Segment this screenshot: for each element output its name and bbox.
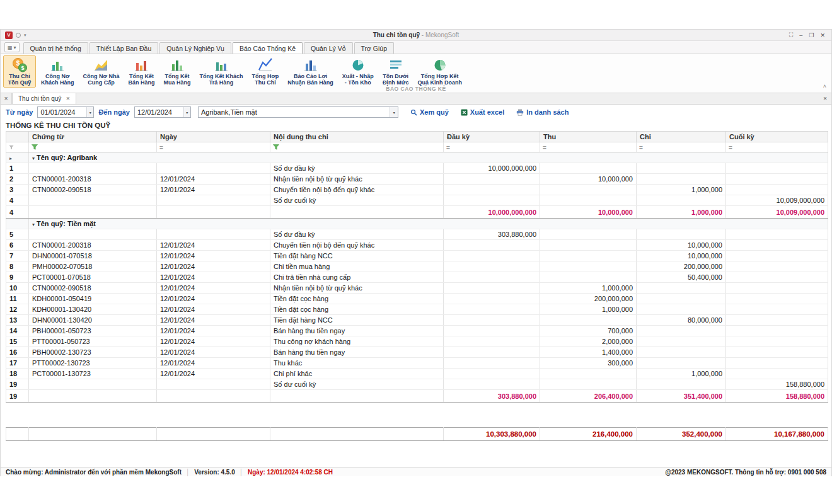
ribbon-item-0[interactable]: $$Thu Chi Tồn Quỹ	[3, 55, 36, 88]
filter-cell-chungtu[interactable]	[29, 142, 157, 152]
ribbon-item-7[interactable]: Báo Cáo Lợi Nhuận Bán Hàng	[284, 55, 337, 88]
filter-cell-dauky[interactable]: =	[444, 142, 540, 152]
menu-tab-5[interactable]: Trợ Giúp	[354, 42, 395, 54]
table-row[interactable]: 12KDH00001-13042012/01/2024Tiền đặt cọc …	[6, 304, 828, 315]
cell-noidung: Bán hàng thu tiền ngay	[270, 347, 444, 358]
col-header-dauky[interactable]: Đầu kỳ	[444, 132, 540, 142]
cell-chi	[637, 174, 726, 185]
cell-dauky	[444, 195, 540, 206]
fund-select-input[interactable]	[199, 108, 390, 116]
cell-chi	[637, 326, 726, 336]
cell-noidung: Tiền đặt hàng NCC	[270, 251, 444, 261]
from-date-input[interactable]	[38, 108, 86, 116]
table-row[interactable]: 2CTN00001-20031812/01/2024Nhận tiền nội …	[6, 174, 828, 185]
grand-total-row: 10,303,880,000216,400,000352,400,00010,1…	[6, 428, 828, 441]
menu-tab-1[interactable]: Thiết Lập Ban Đầu	[90, 42, 159, 54]
ribbon-item-4[interactable]: Tổng Kết Mua Hàng	[159, 55, 194, 88]
close-icon[interactable]: ✕	[820, 32, 825, 38]
ribbon-collapse-icon[interactable]: ˄	[823, 83, 826, 89]
ribbon-item-10[interactable]: Tổng Hợp Kết Quả Kinh Doanh	[413, 55, 466, 88]
ribbon-item-8[interactable]: Xuất - Nhập - Tồn Kho	[338, 55, 378, 88]
ribbon-item-6[interactable]: Tổng Hợp Thu Chi	[248, 55, 282, 88]
col-header-ngay[interactable]: Ngày	[157, 132, 270, 142]
ribbon-item-3[interactable]: Tổng Kết Bán Hàng	[124, 55, 158, 88]
to-date-dropdown-icon[interactable]: ▾	[183, 107, 190, 117]
cell-rownum: 2	[6, 174, 29, 185]
fund-dropdown-icon[interactable]: ▾	[390, 107, 398, 117]
close-all-tabs-icon[interactable]: ✕	[1, 93, 12, 104]
bar-red-icon	[128, 57, 154, 73]
minimize-icon[interactable]: –	[799, 32, 802, 38]
tab-close-icon[interactable]: ✕	[66, 96, 70, 101]
window-selector[interactable]: ▦ ▾	[4, 42, 20, 52]
menu-tab-4[interactable]: Quản Lý Vỏ	[304, 42, 352, 54]
table-row[interactable]: 8PMH00002-07051812/01/2024Chi tiền mua h…	[6, 261, 828, 272]
doc-tab-active[interactable]: Thu chi tồn quỹ ✕	[12, 93, 76, 104]
ribbon-item-9[interactable]: Tồn Dưới Định Mức	[379, 55, 413, 88]
ribbon-item-1[interactable]: Công Nợ Khách Hàng	[37, 55, 78, 88]
group-collapse-icon[interactable]: ▾	[32, 156, 35, 161]
titlebar-dropdown-icon[interactable]: ▾	[24, 33, 26, 38]
table-row[interactable]: 7DHN00001-07051812/01/2024Tiền đặt hàng …	[6, 251, 828, 261]
ribbon-item-5[interactable]: Tổng Kết Khách Trả Hàng	[195, 55, 246, 88]
layout-icon[interactable]: ⛶	[789, 32, 793, 38]
view-fund-button[interactable]: Xem quỹ	[410, 108, 449, 116]
cell-rownum: 19	[6, 379, 29, 390]
table-row[interactable]: 1Số dư đầu kỳ10,000,000,000	[6, 163, 828, 174]
quick-access-toggle-icon[interactable]	[16, 33, 21, 38]
group-header-row[interactable]: ▸▾Tên quỹ: Agribank	[6, 152, 828, 163]
col-header-noidung[interactable]: Nội dung thu chi	[270, 132, 444, 142]
print-list-button[interactable]: In danh sách	[516, 108, 569, 116]
menu-tab-0[interactable]: Quản trị hệ thống	[23, 42, 88, 54]
cell-dauky	[444, 240, 540, 251]
cell-rownum: 13	[6, 315, 29, 326]
filter-bar: Từ ngày ▾ Đến ngày ▾ ▾ Xem quỹ Xuất exce…	[1, 105, 831, 120]
filter-cell-noidung[interactable]	[270, 142, 444, 152]
excel-icon	[461, 109, 468, 116]
table-row[interactable]: 4Số dư cuối kỳ10,009,000,000	[6, 195, 828, 206]
col-header-thu[interactable]: Thu	[540, 132, 637, 142]
cell-rownum: 8	[6, 261, 29, 272]
cell-noidung: Số dư đầu kỳ	[270, 163, 444, 174]
table-row[interactable]: 11KDH00001-05041912/01/2024Tiền đặt cọc …	[6, 294, 828, 304]
cell-ngay	[157, 229, 270, 240]
table-row[interactable]: 19Số dư cuối kỳ158,880,000	[6, 379, 828, 390]
export-excel-button[interactable]: Xuất excel	[461, 108, 504, 116]
table-row[interactable]: 17PTT00002-13072312/01/2024Thu khác300,0…	[6, 358, 828, 369]
filter-cell-ngay[interactable]: =	[157, 142, 270, 152]
table-row[interactable]: 3CTN00002-09051812/01/2024Chuyển tiền nộ…	[6, 185, 828, 195]
cell-noidung: Nhận tiền nội bộ từ quỹ khác	[270, 174, 444, 185]
cell-chungtu	[29, 163, 157, 174]
table-row[interactable]: 13DHN00001-13042012/01/2024Tiền đặt hàng…	[6, 315, 828, 326]
col-header-chi[interactable]: Chi	[637, 132, 726, 142]
from-date-dropdown-icon[interactable]: ▾	[86, 107, 93, 117]
menu-tab-2[interactable]: Quản Lý Nghiệp Vụ	[159, 42, 231, 54]
table-row[interactable]: 18PCT00001-13072312/01/2024Chi phí khác1…	[6, 369, 828, 379]
filter-cell-chi[interactable]: =	[637, 142, 726, 152]
table-row[interactable]: 10CTN00002-09051812/01/2024Nhận tiền nội…	[6, 283, 828, 294]
table-row[interactable]: 5Số dư đầu kỳ303,880,000	[6, 229, 828, 240]
table-row[interactable]: 14PBH00001-05072312/01/2024Bán hàng thu …	[6, 326, 828, 336]
col-header-cuoiky[interactable]: Cuối kỳ	[726, 132, 828, 142]
table-row[interactable]: 6CTN00001-20031812/01/2024Chuyển tiền nộ…	[6, 240, 828, 251]
col-header-chungtu[interactable]: Chứng từ	[29, 132, 157, 142]
restore-icon[interactable]: ❐	[809, 32, 814, 38]
table-row[interactable]: 16PBH00002-13072312/01/2024Bán hàng thu …	[6, 347, 828, 358]
table-row[interactable]: 9PCT00001-07051812/01/2024Chi trả tiền n…	[6, 272, 828, 283]
col-header-rownum	[6, 132, 29, 142]
group-header-row[interactable]: ▾Tên quỹ: Tiền mặt	[6, 219, 828, 229]
filter-cell-thu[interactable]: =	[540, 142, 637, 152]
menu-tab-3[interactable]: Báo Cáo Thống Kê	[233, 42, 303, 54]
to-date-input[interactable]	[135, 108, 183, 116]
group-summary-row: 410,000,000,00010,000,0001,000,00010,009…	[6, 206, 828, 219]
cell-noidung: Bán hàng thu tiền ngay	[270, 326, 444, 336]
strip-close-icon[interactable]: ✕	[819, 93, 831, 104]
cell-chi	[637, 336, 726, 347]
cell-dauky	[444, 369, 540, 379]
cell-chi: 10,000,000	[637, 240, 726, 251]
table-row[interactable]: 15PTT00001-05072312/01/2024Thu công nợ k…	[6, 336, 828, 347]
ribbon-item-2[interactable]: Công Nợ Nhà Cung Cấp	[79, 55, 124, 88]
filter-cell-cuoiky[interactable]: =	[726, 142, 828, 152]
group-collapse-icon[interactable]: ▾	[32, 222, 35, 227]
bar-green-icon	[163, 57, 190, 73]
